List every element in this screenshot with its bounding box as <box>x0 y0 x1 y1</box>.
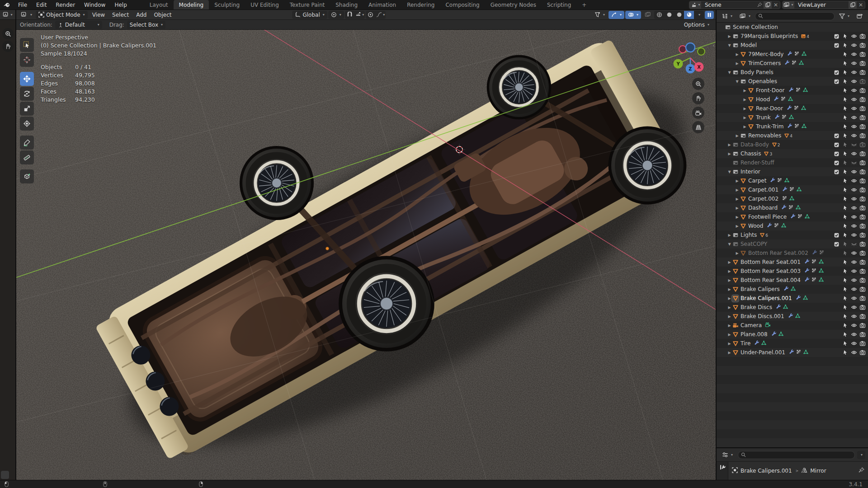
disable-render-camera-icon[interactable] <box>859 132 866 139</box>
strip-pan-hand-button[interactable] <box>2 41 14 52</box>
selectable-toggle-icon[interactable] <box>841 222 849 230</box>
orientation-setting-dropdown[interactable]: Default ▾ <box>55 21 102 29</box>
tool-transform[interactable] <box>20 117 34 131</box>
disable-render-camera-icon[interactable] <box>859 159 866 166</box>
disclosure-triangle-icon[interactable]: ▶ <box>727 34 732 38</box>
disable-render-camera-icon[interactable] <box>859 340 866 347</box>
selectable-toggle-icon[interactable] <box>841 105 849 112</box>
exclude-checkbox[interactable] <box>833 132 840 139</box>
snap-settings-dropdown[interactable]: ▾ <box>355 11 365 19</box>
outliner-item-label[interactable]: Removables <box>748 132 781 139</box>
disclosure-triangle-icon[interactable]: ▶ <box>727 269 732 273</box>
selectable-toggle-icon[interactable] <box>841 177 849 184</box>
outliner-row-brake-discs-001[interactable]: ▶Brake Discs.001 <box>717 312 868 321</box>
disclosure-triangle-icon[interactable]: ▶ <box>735 134 740 138</box>
disclosure-triangle-icon[interactable]: ▶ <box>735 197 740 201</box>
viewport-3d[interactable]: User Perspective (0) Scene Collection | … <box>16 30 716 480</box>
outliner-item-label[interactable]: Bottom Rear Seat.004 <box>741 277 801 283</box>
disclosure-triangle-icon[interactable]: ▶ <box>735 224 740 228</box>
outliner-row-brake-calipers-001[interactable]: ▶Brake Calipers.001 <box>717 294 868 303</box>
exclude-checkbox[interactable] <box>833 141 840 148</box>
hide-viewport-eye-icon[interactable] <box>850 123 858 130</box>
selectable-toggle-icon[interactable] <box>841 331 849 338</box>
outliner-row-carpet[interactable]: ▶Carpet <box>717 176 868 185</box>
selectable-toggle-icon[interactable] <box>841 159 849 166</box>
selectable-toggle-icon[interactable] <box>841 123 849 130</box>
disclosure-triangle-icon[interactable]: ▶ <box>727 143 732 147</box>
outliner-row-tire[interactable]: ▶Tire <box>717 339 868 348</box>
disable-render-camera-icon[interactable] <box>859 331 866 338</box>
disable-render-camera-icon[interactable] <box>859 231 866 239</box>
outliner-row-data-body[interactable]: ▶Data-Body2 <box>717 140 868 149</box>
selectable-toggle-icon[interactable] <box>841 150 849 157</box>
workspace-tab-scripting[interactable]: Scripting <box>542 0 576 9</box>
outliner-item-label[interactable]: Model <box>741 42 757 48</box>
disable-render-camera-icon[interactable] <box>859 195 866 202</box>
hide-viewport-eye-icon[interactable] <box>850 304 858 311</box>
selectable-toggle-icon[interactable] <box>841 33 849 40</box>
disable-render-camera-icon[interactable] <box>859 204 866 211</box>
workspace-tab-uv-editing[interactable]: UV Editing <box>245 0 284 9</box>
disable-render-camera-icon[interactable] <box>859 78 866 85</box>
scene-icon[interactable]: ▾ <box>689 1 701 9</box>
tool-rotate[interactable] <box>20 87 34 101</box>
hide-viewport-eye-icon[interactable] <box>850 78 858 85</box>
outliner-row-hood[interactable]: ▶Hood <box>717 95 868 104</box>
outliner-item-label[interactable]: Bottom Rear Seat.003 <box>741 268 801 274</box>
viewlayer-copy-button[interactable] <box>849 1 857 9</box>
proportional-falloff-dropdown[interactable]: ▾ <box>376 11 386 19</box>
outliner-row-carpet-002[interactable]: ▶Carpet.002 <box>717 194 868 203</box>
disable-render-camera-icon[interactable] <box>859 177 866 184</box>
workspace-tab-animation[interactable]: Animation <box>363 0 401 9</box>
selectable-toggle-icon[interactable] <box>841 249 849 257</box>
exclude-checkbox[interactable] <box>833 78 840 85</box>
disable-render-camera-icon[interactable] <box>859 123 866 130</box>
disable-render-camera-icon[interactable] <box>859 304 866 311</box>
disable-render-camera-icon[interactable] <box>859 258 866 266</box>
disable-render-camera-icon[interactable] <box>859 60 866 67</box>
viewport-menu-add[interactable]: Add <box>132 12 150 18</box>
exclude-checkbox[interactable] <box>833 69 840 76</box>
viewport-zoom-button[interactable] <box>692 78 704 90</box>
outliner-row-dashboard[interactable]: ▶Dashboard <box>717 203 868 212</box>
disable-render-camera-icon[interactable] <box>859 213 866 221</box>
tool-measure[interactable] <box>20 150 34 164</box>
outliner-item-label[interactable]: Brake Discs <box>741 304 772 310</box>
outliner-item-label[interactable]: Data-Body <box>741 141 769 148</box>
disable-render-camera-icon[interactable] <box>859 222 866 230</box>
tool-scale[interactable] <box>20 102 34 116</box>
disable-render-camera-icon[interactable] <box>859 114 866 121</box>
properties-options-dropdown[interactable]: ▾ <box>857 451 865 459</box>
navigation-axis-gizmo[interactable]: Y Z X <box>673 42 708 77</box>
outliner-item-label[interactable]: Brake Calipers <box>741 286 780 292</box>
tool-move[interactable] <box>20 72 34 86</box>
exclude-checkbox[interactable] <box>833 231 840 239</box>
disable-render-camera-icon[interactable] <box>859 87 866 94</box>
disclosure-triangle-icon[interactable]: ▶ <box>735 215 740 219</box>
outliner-filter-dropdown[interactable]: ▾ <box>836 12 852 20</box>
outliner-row-openables[interactable]: ▼Openables <box>717 77 868 86</box>
hide-viewport-eye-icon[interactable] <box>850 168 858 175</box>
tool-tweak-select[interactable] <box>20 38 34 52</box>
outliner-item-label[interactable]: Bottom Rear Seat.002 <box>748 250 808 256</box>
disclosure-triangle-icon[interactable]: ▶ <box>742 125 747 129</box>
disclosure-triangle-icon[interactable]: ▼ <box>735 80 740 84</box>
exclude-checkbox[interactable] <box>833 42 840 49</box>
disclosure-triangle-icon[interactable]: ▶ <box>735 52 740 56</box>
disable-render-camera-icon[interactable] <box>859 267 866 275</box>
disclosure-triangle-icon[interactable]: ▼ <box>727 170 732 174</box>
exclude-checkbox[interactable] <box>833 159 840 166</box>
selectable-toggle-icon[interactable] <box>841 78 849 85</box>
outliner-item-label[interactable]: 79Marquis Blueprints <box>741 33 798 39</box>
outliner-row-interior[interactable]: ▼Interior <box>717 167 868 176</box>
disable-render-camera-icon[interactable] <box>859 105 866 112</box>
viewport-camera-view-button[interactable] <box>692 107 704 119</box>
hide-viewport-eye-icon[interactable] <box>850 213 858 221</box>
viewport-ortho-toggle-button[interactable] <box>692 121 704 133</box>
outliner-item-label[interactable]: Brake Calipers.001 <box>741 295 792 301</box>
selectable-toggle-icon[interactable] <box>841 87 849 94</box>
outliner-item-label[interactable]: SeatCOPY <box>741 241 767 247</box>
exclude-checkbox[interactable] <box>833 168 840 175</box>
outliner-row-79merc-body[interactable]: ▶79Merc-Body <box>717 50 868 59</box>
disclosure-triangle-icon[interactable]: ▶ <box>727 305 732 310</box>
